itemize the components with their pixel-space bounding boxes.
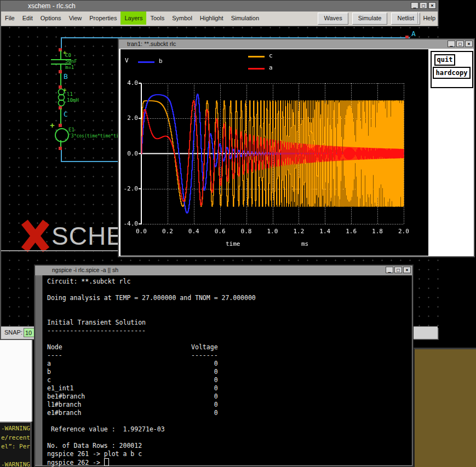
menu-simulation[interactable]: Simulation [227, 11, 263, 25]
x-axis-label: time [226, 240, 240, 247]
canvas-divider-line [1, 250, 118, 251]
terminal-text: Circuit: **.subckt rlc Doing analysis at… [47, 278, 256, 467]
x-tick-label: 1.0 [267, 228, 278, 235]
x-tick-label: 1.2 [293, 228, 304, 235]
close-icon[interactable]: × [403, 267, 411, 273]
menu-highlight[interactable]: Highlight [196, 11, 227, 25]
maximize-icon[interactable]: □ [456, 41, 464, 47]
x-tick-label: 1.8 [372, 228, 383, 235]
y-axis-unit-label: V [125, 57, 129, 64]
y-tick-label: 0.0 [123, 150, 138, 157]
minimize-icon[interactable]: _ [411, 2, 418, 9]
x-axis-unit-label: ms [301, 240, 308, 247]
toolbar-buttons: WavesSimulateNetlist [318, 13, 420, 25]
x-tick-label: 0.8 [241, 228, 252, 235]
background-window-fragment [0, 340, 33, 422]
close-icon[interactable]: × [428, 2, 436, 9]
terminal-window-title: ngspice -i rlc.spice -a || sh [52, 266, 118, 274]
x-tick-label: 0.6 [215, 228, 226, 235]
menu-view[interactable]: View [65, 11, 86, 25]
menu-layers[interactable]: Layers [121, 11, 146, 25]
corner-terminal-fragment[interactable]: -WARNING e/recently el”: Perm -WARNING [0, 422, 32, 467]
menu-options[interactable]: Options [37, 11, 65, 25]
terminal-content[interactable]: Circuit: **.subckt rlc Doing analysis at… [36, 275, 412, 465]
plot-window-title: tran1: **.subckt rlc [127, 39, 176, 49]
menu-symbol[interactable]: Symbol [168, 11, 196, 25]
x-tick-label: 0.0 [136, 228, 147, 235]
menu-help[interactable]: Help [417, 13, 435, 24]
plot-area: V bca time ms 0.00.20.40.60.81.01.21.41.… [121, 49, 428, 256]
menu-items: FileEditOptionsViewPropertiesLayersTools… [1, 13, 263, 22]
xschem-logo-x-icon [19, 220, 51, 252]
minimize-icon[interactable]: _ [448, 41, 455, 47]
terminal-scrollbar[interactable] [36, 275, 43, 465]
waveform-canvas[interactable] [121, 49, 428, 256]
xschem-window-controls: _□× [411, 2, 436, 9]
plot-button-panel: quit hardcopy [431, 51, 473, 88]
wire-top-drop[interactable] [61, 37, 62, 49]
snap-label: SNAP: [4, 329, 22, 336]
netlist-button[interactable]: Netlist [391, 13, 420, 25]
plot-window: tran1: **.subckt rlc _□× V bca time ms 0… [118, 38, 475, 257]
ind-ref-label[interactable]: l1 [67, 91, 73, 97]
x-tick-label: 1.6 [346, 228, 357, 235]
y-tick-label: 4.0 [123, 79, 138, 87]
y-tick-label: 2.0 [123, 114, 138, 122]
net-label-b[interactable]: B [64, 72, 68, 80]
legend-label-c[interactable]: c [269, 52, 273, 59]
menu-file[interactable]: File [1, 11, 19, 25]
src-plus-mark: + [50, 120, 55, 130]
terminal-titlebar[interactable]: ngspice -i rlc.spice -a || sh _□× [36, 266, 412, 274]
x-tick-label: 1.4 [319, 228, 330, 235]
xschem-window-title: xschem - rlc.sch [28, 1, 76, 11]
x-tick-label: 2.0 [398, 228, 409, 235]
corner-terminal-text: -WARNING e/recently el”: Perm -WARNING [0, 423, 30, 467]
xschem-titlebar[interactable]: xschem - rlc.sch _□× [1, 1, 438, 11]
legend-line-b [138, 61, 154, 63]
legend-label-a[interactable]: a [269, 64, 273, 71]
net-label-c[interactable]: C [64, 110, 68, 118]
menu-properties[interactable]: Properties [85, 11, 121, 25]
legend-line-c [248, 56, 265, 57]
terminal-window-controls: _□× [386, 267, 411, 274]
minimize-icon[interactable]: _ [386, 267, 393, 273]
hardcopy-button[interactable]: hardcopy [433, 67, 471, 79]
ind-value-label[interactable]: 10mH [67, 97, 79, 103]
wire-bottom-drop[interactable] [61, 150, 62, 162]
wire-bottom[interactable] [61, 161, 121, 162]
x-tick-label: 0.2 [162, 228, 173, 235]
plot-window-controls: _□× [448, 41, 473, 48]
desktop: xschem - rlc.sch _□× FileEditOptionsView… [0, 0, 476, 467]
src-top-pin[interactable] [59, 124, 62, 127]
source-symbol[interactable] [55, 128, 69, 142]
cap-value-label[interactable]: 50nF [65, 59, 77, 64]
wire-cap-to-ind[interactable] [60, 73, 61, 87]
legend-label-b[interactable]: b [159, 57, 163, 65]
src-ref-label[interactable]: E1 [68, 127, 74, 132]
cap-ref-label[interactable]: C0 [65, 53, 71, 58]
maximize-icon[interactable]: □ [394, 267, 402, 273]
xschem-menubar: FileEditOptionsViewPropertiesLayersTools… [1, 11, 438, 26]
terminal-window: ngspice -i rlc.spice -a || sh _□× Circui… [34, 264, 414, 467]
menu-tools[interactable]: Tools [146, 11, 168, 25]
plot-titlebar[interactable]: tran1: **.subckt rlc _□× [119, 39, 474, 49]
inductor-symbol[interactable] [56, 89, 67, 107]
net-label-a[interactable]: A [411, 30, 416, 38]
y-tick-label: -2.0 [123, 185, 138, 192]
quit-button[interactable]: quit [434, 54, 455, 66]
legend-line-a [248, 68, 265, 70]
cap-top-lead [60, 50, 61, 59]
right-window-fragment [414, 348, 476, 467]
x-tick-label: 0.4 [188, 228, 199, 235]
close-icon[interactable]: × [465, 41, 473, 47]
menu-edit[interactable]: Edit [19, 11, 37, 25]
src-bottom-pin[interactable] [59, 147, 62, 150]
y-tick-label: -4.0 [123, 220, 138, 227]
waves-button[interactable]: Waves [318, 13, 348, 25]
cap-extra-label[interactable]: m=1 [65, 65, 74, 70]
terminal-prompt: ngspice 262 -> [47, 459, 104, 466]
maximize-icon[interactable]: □ [420, 2, 427, 9]
simulate-button[interactable]: Simulate [352, 13, 388, 25]
terminal-cursor[interactable] [104, 458, 109, 466]
